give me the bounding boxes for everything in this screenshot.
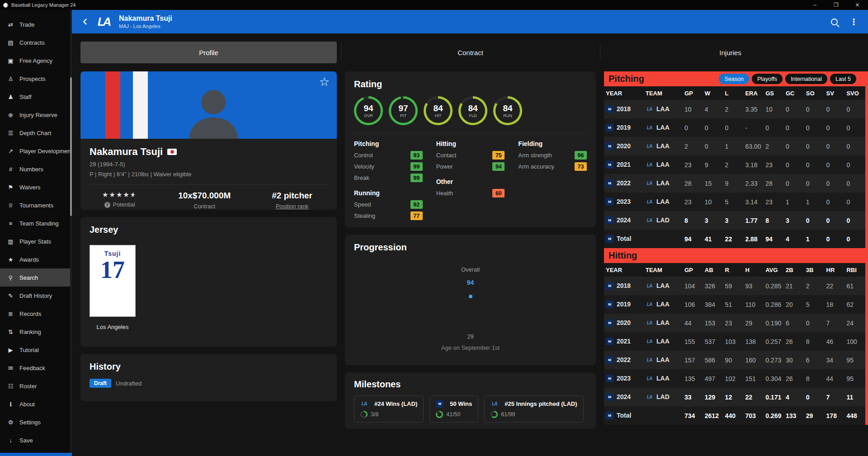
stats-row[interactable]: M2021LALAA1555371031380.2572684610031 bbox=[604, 332, 868, 351]
sidebar-item-label: Roster bbox=[19, 383, 37, 390]
sidebar-item-depth-chart[interactable]: ☰Depth Chart bbox=[0, 124, 72, 142]
sidebar-item-label: Contracts bbox=[19, 39, 45, 46]
stat-cell: 41 bbox=[703, 230, 723, 248]
tutorial-icon: ▶ bbox=[7, 347, 14, 353]
stat-cell: 440 bbox=[723, 406, 744, 425]
stats-row[interactable]: M2024LALAD8331.778300061. bbox=[604, 211, 868, 230]
stat-cell: 29 bbox=[743, 314, 764, 332]
rating-column: FieldingArm strength96Arm accuracy73 bbox=[518, 134, 587, 221]
sidebar-item-roster[interactable]: ☷Roster bbox=[0, 377, 72, 395]
stats-row[interactable]: M2018LALAA10432659930.285212226118 bbox=[604, 277, 868, 295]
stats-row[interactable]: MTotal73426124407030.26913329178448142 bbox=[604, 406, 868, 425]
sidebar-item-free-agency[interactable]: ▣Free Agency bbox=[0, 52, 72, 70]
stats-row[interactable]: M2023LALAA1354971021510.304268449532 bbox=[604, 369, 868, 388]
sidebar-item-awards[interactable]: ★Awards bbox=[0, 250, 72, 268]
sidebar-item-injury-reserve[interactable]: ⊕Injury Reserve bbox=[0, 106, 72, 124]
sidebar-item-staff[interactable]: ♟Staff bbox=[0, 88, 72, 106]
tab-profile[interactable]: Profile bbox=[80, 42, 337, 63]
back-button[interactable]: ‹ bbox=[77, 15, 93, 27]
player-summary-row: ★★★★★ ★★★★★ ? Potential 10x$70.000M bbox=[90, 185, 328, 210]
sidebar-item-player-stats[interactable]: ▥Player Stats bbox=[0, 232, 72, 250]
sidebar-item-search[interactable]: ⚲Search bbox=[0, 268, 72, 287]
stat-label: Control bbox=[354, 152, 373, 159]
sidebar-item-settings[interactable]: ⚙Settings bbox=[0, 413, 72, 431]
sidebar-item-about[interactable]: ℹAbout bbox=[0, 395, 72, 413]
team-icon: LA bbox=[646, 393, 653, 401]
stat-cell: 9 bbox=[703, 155, 723, 174]
league-icon: M bbox=[606, 301, 613, 308]
overflow-menu-icon[interactable]: ⋮ bbox=[849, 17, 858, 27]
contract-label: Contract bbox=[178, 203, 231, 210]
stat-value-badge: 99 bbox=[410, 162, 423, 171]
sidebar-item-contracts[interactable]: ▤Contracts bbox=[0, 33, 72, 52]
sidebar-item-numbers[interactable]: #Numbers bbox=[0, 160, 72, 178]
stats-row[interactable]: MTotal9441222.88944100541 bbox=[604, 230, 868, 248]
position-rank-link[interactable]: Position rank bbox=[272, 203, 312, 210]
stats-row[interactable]: M2023LALAA231053.14231100132 bbox=[604, 193, 868, 211]
league-icon: M bbox=[606, 198, 613, 206]
player-info: Nakamura Tsuji 29 (1994-7-5) P | Right |… bbox=[80, 139, 337, 210]
save-icon: ↓ bbox=[7, 437, 14, 444]
stat-cell: 0 bbox=[825, 230, 845, 248]
filter-last-5[interactable]: Last 5 bbox=[830, 74, 856, 84]
sidebar-item-feedback[interactable]: ✉Feedback bbox=[0, 359, 72, 377]
stats-row[interactable]: M2022LALAA157586901600.273306349530 bbox=[604, 351, 868, 369]
stats-row[interactable]: M2019LALAA000-000000. bbox=[604, 118, 868, 137]
team-icon: LA bbox=[646, 124, 653, 132]
baseball-icon bbox=[3, 3, 8, 8]
sidebar-item-ranking[interactable]: ⇅Ranking bbox=[0, 323, 72, 341]
tab-contract[interactable]: Contract bbox=[345, 42, 596, 63]
stats-row[interactable]: M2020LALAA20163.00200001. bbox=[604, 137, 868, 155]
sidebar-item-waivers[interactable]: ⚑Waivers bbox=[0, 178, 72, 196]
stat-cell: 23 bbox=[764, 155, 784, 174]
jersey-number: 17 bbox=[100, 257, 125, 283]
year-label: 2023 bbox=[617, 375, 631, 382]
sidebar-item-prospects[interactable]: ♙Prospects bbox=[0, 70, 72, 88]
stat-label: Arm strength bbox=[518, 152, 552, 159]
column-header-w: W bbox=[703, 86, 723, 100]
sidebar-item-draft-history[interactable]: ✎Draft History bbox=[0, 287, 72, 305]
sidebar-item-records[interactable]: ≣Records bbox=[0, 305, 72, 323]
help-icon[interactable]: ? bbox=[104, 202, 110, 208]
stats-scrollbar[interactable] bbox=[865, 71, 868, 425]
sidebar-item-label: Player Stats bbox=[19, 238, 51, 245]
stat-row-control: Control93 bbox=[354, 150, 423, 161]
minimize-button[interactable]: – bbox=[804, 0, 826, 10]
sidebar-item-team-standing[interactable]: ≡Team Standing bbox=[0, 214, 72, 232]
search-icon[interactable] bbox=[831, 19, 838, 25]
progression-chart: Overall 94 29 Age on September 1st bbox=[354, 253, 587, 357]
filter-international[interactable]: International bbox=[785, 74, 827, 84]
stats-row[interactable]: M2024LALAD3312912220.171407114 bbox=[604, 388, 868, 406]
gauge-label: RUN bbox=[503, 113, 512, 118]
sidebar-bottom-strip bbox=[0, 453, 72, 456]
sidebar-item-label: Prospects bbox=[19, 75, 46, 82]
year-label: 2018 bbox=[617, 105, 631, 113]
team-label: LAA bbox=[656, 198, 670, 205]
stats-row[interactable]: M2019LALAA106384511100.286205186219 bbox=[604, 295, 868, 314]
team-standing-icon: ≡ bbox=[7, 220, 14, 227]
sidebar-item-trade[interactable]: ⇄Trade bbox=[0, 15, 72, 33]
milestone-title: 50 Wins bbox=[450, 400, 472, 407]
maximize-button[interactable]: ❐ bbox=[826, 0, 847, 10]
content-area: ☆ Nakamura Tsuji 29 (1994-7-5) P | Right… bbox=[72, 63, 868, 429]
sidebar-item-tournaments[interactable]: ♕Tournaments bbox=[0, 196, 72, 214]
stats-row[interactable]: M2021LALAA23923.18230000130 bbox=[604, 155, 868, 174]
tab-injuries[interactable]: Injuries bbox=[604, 42, 857, 63]
progression-data-point[interactable] bbox=[469, 295, 472, 298]
column-header-gp: GP bbox=[683, 86, 703, 100]
favorite-star-icon[interactable]: ☆ bbox=[319, 76, 330, 88]
sidebar-item-player-development[interactable]: ↗Player Development bbox=[0, 142, 72, 160]
stat-cell: 3.14 bbox=[743, 193, 764, 211]
sidebar-item-tutorial[interactable]: ▶Tutorial bbox=[0, 341, 72, 359]
stats-row[interactable]: M2022LALAA281592.33280000166 bbox=[604, 174, 868, 193]
sidebar-item-save[interactable]: ↓Save bbox=[0, 431, 72, 449]
close-button[interactable]: ✕ bbox=[847, 0, 868, 10]
stat-cell: 0 bbox=[804, 155, 825, 174]
stat-cell: 703 bbox=[743, 406, 764, 425]
filter-playoffs[interactable]: Playoffs bbox=[752, 74, 783, 84]
stat-cell: 4 bbox=[703, 100, 723, 118]
filter-season[interactable]: Season bbox=[719, 74, 749, 84]
stats-row[interactable]: M2020LALAA4415323290.1906072456 bbox=[604, 314, 868, 332]
stats-row[interactable]: M2018LALAA10423.3510000051. bbox=[604, 100, 868, 118]
search-icon: ⚲ bbox=[7, 274, 14, 281]
